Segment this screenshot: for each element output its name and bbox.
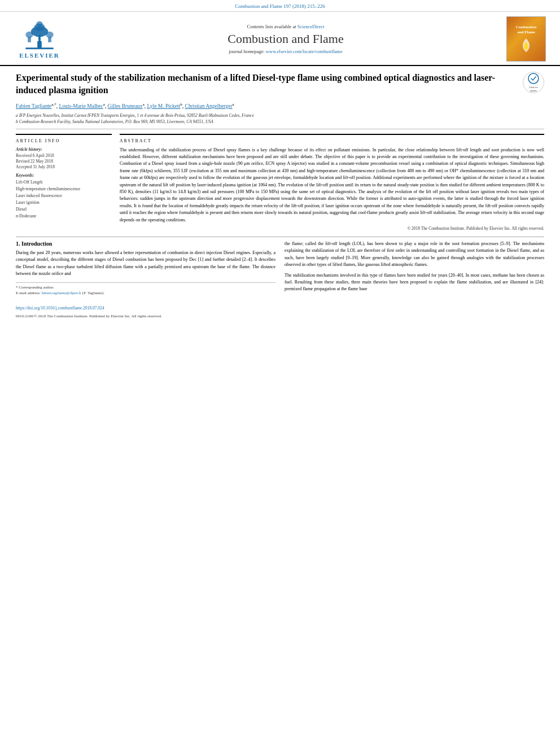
affil-b: b Combustion Research Facility, Sandia N… bbox=[16, 119, 517, 125]
author-angelberger[interactable]: Christian Angelberger bbox=[185, 103, 233, 109]
svg-point-10 bbox=[528, 73, 539, 84]
check-updates-text: Check forupdates bbox=[528, 73, 539, 92]
authors-line: Fabien Tagliantea,*, Louis-Marie Malbeca… bbox=[16, 102, 517, 110]
article-title-area: Experimental study of the stabilization … bbox=[16, 72, 523, 125]
body-col-left: 1. Introduction During the past 20 years… bbox=[16, 241, 275, 296]
intro-section-title: 1. Introduction bbox=[16, 241, 275, 247]
kw-3: Laser induced fluorescence bbox=[16, 193, 112, 199]
kw-4: Laser ignition bbox=[16, 199, 112, 206]
homepage-line: journal homepage: www.elsevier.com/locat… bbox=[68, 49, 504, 54]
cover-flame-icon bbox=[520, 37, 532, 53]
top-bar: Combustion and Flame 197 (2018) 215–226 bbox=[0, 0, 560, 12]
cover-title: Combustion and Flame bbox=[516, 25, 537, 35]
journal-header-center: Contents lists available at ScienceDirec… bbox=[68, 24, 504, 54]
affil-a: a IFP Energies Nouvelles, Institut Carno… bbox=[16, 112, 517, 119]
body-col-right: the flame; called the lift-off length (L… bbox=[285, 241, 544, 296]
check-updates-badge: Check forupdates bbox=[523, 72, 544, 93]
elsevier-wordmark: ELSEVIER bbox=[19, 52, 60, 59]
kw-5: Diesel bbox=[16, 206, 112, 213]
article-title-section: Experimental study of the stabilization … bbox=[16, 72, 544, 129]
article-title: Experimental study of the stabilization … bbox=[16, 72, 517, 97]
body-divider bbox=[16, 237, 544, 237]
keywords-label: Keywords: bbox=[16, 173, 112, 178]
svg-rect-9 bbox=[25, 47, 53, 49]
keywords-list: Lift-Off Length High-temperature chemilu… bbox=[16, 179, 112, 220]
journal-cover-area: Combustion and Flame bbox=[504, 16, 549, 62]
kw-2: High-temperature chemiluminescence bbox=[16, 186, 112, 193]
author-bruneaux[interactable]: Gilles Bruneaux bbox=[108, 103, 143, 109]
article-content: Experimental study of the stabilization … bbox=[0, 66, 560, 302]
svg-point-8 bbox=[46, 31, 53, 37]
contents-available-line: Contents lists available at ScienceDirec… bbox=[68, 24, 504, 29]
elsevier-tree-icon bbox=[20, 20, 59, 51]
abstract-text: The understanding of the stabilization p… bbox=[120, 147, 544, 224]
article-info-abstract-section: ARTICLE INFO Article history: Received 6… bbox=[16, 134, 544, 231]
svg-point-4 bbox=[36, 21, 42, 26]
kw-6: n-Dodecane bbox=[16, 213, 112, 220]
abstract-col: ABSTRACT The understanding of the stabil… bbox=[120, 134, 544, 231]
accepted-date: Accepted 31 July 2018 bbox=[16, 164, 112, 169]
revised-date: Revised 22 May 2018 bbox=[16, 159, 112, 164]
body-two-col: 1. Introduction During the past 20 years… bbox=[16, 241, 544, 296]
journal-header: ELSEVIER Contents lists available at Sci… bbox=[0, 12, 560, 66]
journal-title: Combustion and Flame bbox=[68, 32, 504, 46]
author-pickett[interactable]: Lyle M. Pickett bbox=[147, 103, 180, 109]
abstract-copyright: © 2018 The Combustion Institute. Publish… bbox=[120, 226, 544, 231]
author-sup-5: a bbox=[233, 102, 234, 107]
intro-para2: the flame; called the lift-off length (L… bbox=[285, 241, 544, 269]
elsevier-logo-area: ELSEVIER bbox=[11, 20, 68, 59]
author-malbec[interactable]: Louis-Marie Malbec bbox=[59, 103, 103, 109]
svg-point-7 bbox=[25, 31, 33, 37]
sciencedirect-link[interactable]: ScienceDirect bbox=[298, 24, 325, 29]
abstract-heading: ABSTRACT bbox=[120, 138, 544, 143]
affiliations: a IFP Energies Nouvelles, Institut Carno… bbox=[16, 112, 517, 125]
homepage-link[interactable]: www.elsevier.com/locate/combustflame bbox=[266, 49, 343, 54]
email-link[interactable]: fabien.tagliante@ifpen.fr bbox=[42, 291, 82, 295]
author-sup-1: a,* bbox=[51, 102, 56, 107]
article-info-col: ARTICLE INFO Article history: Received 6… bbox=[16, 134, 112, 231]
footnote-corresponding: * Corresponding author. bbox=[16, 285, 275, 290]
history-label: Article history: bbox=[16, 147, 112, 152]
footnote-email: E-mail address: fabien.tagliante@ifpen.f… bbox=[16, 291, 275, 295]
check-updates-icon bbox=[528, 73, 539, 84]
received-date: Received 6 April 2018 bbox=[16, 153, 112, 158]
bottom-links: https://doi.org/10.1016/j.combustflame.2… bbox=[0, 302, 560, 314]
doi-link[interactable]: https://doi.org/10.1016/j.combustflame.2… bbox=[16, 305, 104, 311]
journal-ref-link[interactable]: Combustion and Flame 197 (2018) 215–226 bbox=[235, 3, 325, 9]
bottom-copyright: 0010-2180/© 2018 The Combustion Institut… bbox=[0, 314, 560, 323]
kw-1: Lift-Off Length bbox=[16, 179, 112, 186]
article-info-heading: ARTICLE INFO bbox=[16, 138, 112, 143]
footnote-area: * Corresponding author. E-mail address: … bbox=[16, 282, 275, 295]
svg-rect-0 bbox=[37, 41, 42, 48]
intro-para1: During the past 20 years, numerous works… bbox=[16, 250, 275, 278]
author-tagliante[interactable]: Fabien Tagliante bbox=[16, 103, 51, 109]
intro-para3: The stabilization mechanisms involved in… bbox=[285, 272, 544, 293]
journal-cover: Combustion and Flame bbox=[506, 16, 546, 62]
